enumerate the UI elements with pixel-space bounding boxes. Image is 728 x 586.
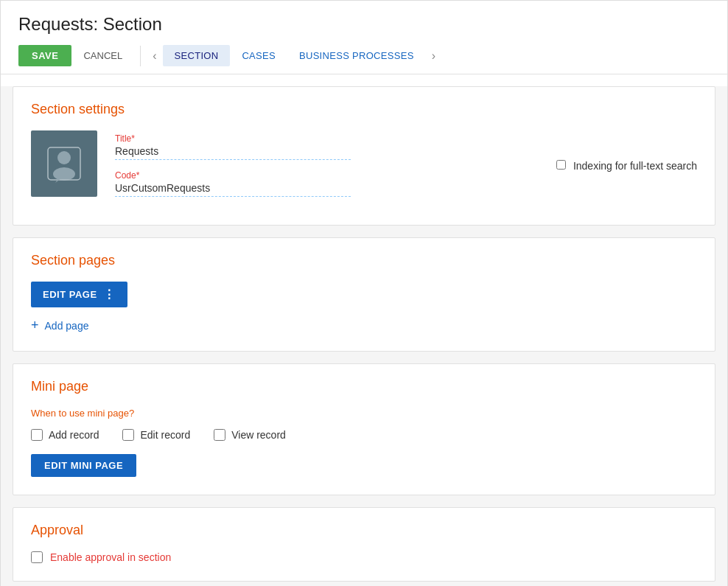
section-pages-heading: Section pages [31, 253, 697, 268]
svg-point-1 [53, 167, 75, 181]
view-record-label[interactable]: View record [231, 429, 286, 441]
section-pages-card: Section pages EDIT PAGE ⋮ + Add page [13, 237, 715, 352]
mini-page-checkboxes: Add record Edit record View record [31, 429, 697, 441]
edit-page-menu-icon: ⋮ [103, 287, 116, 301]
edit-page-label: EDIT PAGE [43, 289, 97, 300]
edit-page-button[interactable]: EDIT PAGE ⋮ [31, 282, 127, 307]
approval-row: Enable approval in section [31, 551, 697, 563]
view-record-item: View record [214, 429, 286, 441]
edit-mini-page-button[interactable]: EDIT MINI PAGE [31, 454, 136, 477]
mini-page-description: When to use mini page? [31, 408, 697, 419]
approval-card: Approval Enable approval in section [13, 507, 715, 582]
add-record-label[interactable]: Add record [49, 429, 99, 441]
approval-checkbox[interactable] [31, 551, 43, 563]
nav-next-button[interactable]: › [426, 46, 441, 66]
edit-record-label[interactable]: Edit record [140, 429, 190, 441]
code-value[interactable]: UsrCutsomRequests [115, 182, 351, 197]
mini-page-card: Mini page When to use mini page? Add rec… [13, 363, 715, 495]
section-icon [31, 130, 97, 197]
svg-point-0 [57, 151, 71, 164]
section-settings-card: Section settings Title* Request [13, 86, 715, 226]
approval-label-accent: in section [127, 551, 171, 563]
title-label: Title* [115, 133, 539, 144]
cancel-button[interactable]: CANCEL [71, 45, 134, 66]
view-record-checkbox[interactable] [214, 429, 225, 441]
save-button[interactable]: SAVE [18, 45, 71, 66]
approval-heading: Approval [31, 523, 697, 538]
title-value[interactable]: Requests [115, 145, 351, 160]
add-page-row[interactable]: + Add page [31, 318, 697, 333]
toolbar-divider [140, 46, 141, 66]
edit-record-item: Edit record [122, 429, 190, 441]
indexing-checkbox[interactable] [556, 160, 566, 170]
nav-prev-button[interactable]: ‹ [147, 46, 162, 66]
add-page-plus-icon: + [31, 318, 39, 333]
mini-page-heading: Mini page [31, 379, 697, 394]
approval-label-prefix: Enable approval [50, 551, 127, 563]
tab-business-processes[interactable]: BUSINESS PROCESSES [287, 45, 426, 66]
indexing-col: Indexing for full-text search [556, 130, 697, 172]
page-title: Requests: Section [18, 14, 710, 35]
add-record-item: Add record [31, 429, 99, 441]
add-record-checkbox[interactable] [31, 429, 43, 441]
tab-section[interactable]: SECTION [163, 45, 231, 66]
section-settings-heading: Section settings [31, 102, 697, 117]
add-page-label[interactable]: Add page [45, 320, 89, 332]
edit-record-checkbox[interactable] [122, 429, 134, 441]
approval-label[interactable]: Enable approval in section [50, 551, 171, 563]
tab-cases[interactable]: CASES [230, 45, 287, 66]
code-label: Code* [115, 170, 539, 181]
code-field-group: Code* UsrCutsomRequests [115, 170, 539, 197]
indexing-label[interactable]: Indexing for full-text search [573, 160, 697, 172]
title-field-group: Title* Requests [115, 133, 539, 160]
